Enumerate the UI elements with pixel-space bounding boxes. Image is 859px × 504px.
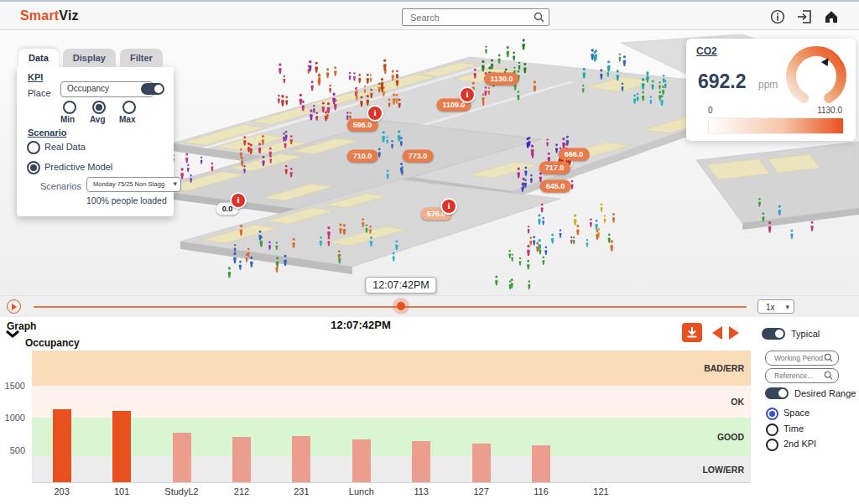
tab-display[interactable]: Display xyxy=(63,49,116,67)
speed-value: 1x xyxy=(766,303,775,312)
info-pin-icon[interactable]: i xyxy=(440,198,457,215)
logout-icon[interactable] xyxy=(797,9,812,24)
info-pin-icon[interactable]: i xyxy=(459,86,476,103)
radio-max-label: Max xyxy=(119,115,135,124)
timeline-thumb[interactable] xyxy=(397,302,405,310)
person-marker xyxy=(536,242,539,252)
search-icon xyxy=(824,371,833,380)
chart-bar[interactable] xyxy=(472,444,491,482)
app-logo: SmartViz xyxy=(20,8,79,23)
person-marker xyxy=(315,62,318,73)
person-marker xyxy=(570,180,573,190)
person-marker xyxy=(542,217,544,226)
person-marker xyxy=(612,213,615,222)
person-marker xyxy=(528,226,530,234)
room-value-badge[interactable]: 666.0 xyxy=(559,148,590,161)
radio-predictive-model[interactable] xyxy=(27,161,40,174)
room-value-badge[interactable]: 710.0 xyxy=(347,150,378,163)
typical-toggle[interactable] xyxy=(762,328,785,340)
tab-data[interactable]: Data xyxy=(18,49,59,67)
radio-max[interactable] xyxy=(122,101,136,114)
room-value-badge[interactable]: 645.0 xyxy=(540,180,571,193)
working-period-field[interactable] xyxy=(773,352,826,364)
place-label: Place xyxy=(28,88,51,98)
chevron-down-icon: ▾ xyxy=(785,300,789,314)
radio-space[interactable] xyxy=(766,408,778,420)
radio-avg[interactable] xyxy=(92,101,106,114)
chart-bar[interactable] xyxy=(412,441,430,482)
info-icon[interactable] xyxy=(770,9,785,24)
speed-select[interactable]: 1x▾ xyxy=(757,299,794,314)
chart-bar[interactable] xyxy=(352,439,371,482)
place-select[interactable]: Occupancy▾ xyxy=(60,81,154,97)
person-marker xyxy=(768,221,772,233)
people-loaded-text: 100% people loaded xyxy=(86,195,167,205)
person-marker xyxy=(570,236,573,244)
tab-filter[interactable]: Filter xyxy=(120,49,163,67)
person-marker xyxy=(527,260,529,270)
building-map[interactable]: iiiii1130.01109.0596.0710.0773.0666.0717… xyxy=(0,30,859,317)
predictive-model-label: Predictive Model xyxy=(44,162,112,172)
chart-band-label: OK xyxy=(731,397,744,407)
panel-tabs: DataDisplayFilter xyxy=(18,49,167,67)
chart-bar[interactable] xyxy=(292,436,310,482)
room-value-badge[interactable]: 717.0 xyxy=(539,162,570,174)
play-button[interactable] xyxy=(7,299,21,314)
kpi-heading: KPI xyxy=(28,72,43,82)
scenario-select-value: Monday 75/25 Non Stagg xyxy=(93,180,164,188)
person-marker xyxy=(511,253,513,261)
x-axis-category-label: 231 xyxy=(276,486,326,496)
radio-min-label: Min xyxy=(60,115,75,124)
chart-band: GOOD xyxy=(32,418,751,456)
person-marker xyxy=(299,94,302,105)
info-pin-icon[interactable]: i xyxy=(230,192,247,209)
room-value-badge[interactable]: 1130.0 xyxy=(484,73,518,86)
desired-range-toggle[interactable] xyxy=(765,387,789,399)
radio-2nd-kpi[interactable] xyxy=(766,439,778,451)
data-panel: KPI Place Occupancy▾ Min Avg Max Scenari… xyxy=(17,67,174,216)
scenario-select[interactable]: Monday 75/25 Non Stagg▾ xyxy=(86,177,181,192)
desired-range-label: Desired Range xyxy=(794,388,856,398)
co2-value: 692.2 xyxy=(698,70,747,93)
co2-title: CO2 xyxy=(696,45,717,57)
x-axis-category-label: 101 xyxy=(96,486,147,496)
person-marker xyxy=(533,236,535,246)
chart-bar[interactable] xyxy=(173,433,191,482)
radio-time[interactable] xyxy=(766,423,778,436)
chart-band: OK xyxy=(32,386,751,418)
timeline-track[interactable] xyxy=(34,306,747,308)
x-axis-category-label: StudyL2 xyxy=(157,486,207,496)
radio-real-data[interactable] xyxy=(27,141,40,154)
person-marker xyxy=(334,66,336,76)
x-axis-category-label: 116 xyxy=(516,486,566,496)
person-marker xyxy=(281,95,284,107)
chart-band-label: GOOD xyxy=(717,432,744,442)
chart-bar[interactable] xyxy=(532,445,550,482)
chart-bar[interactable] xyxy=(112,411,131,482)
chart-x-axis-line xyxy=(32,482,751,483)
person-marker xyxy=(522,39,525,49)
home-icon[interactable] xyxy=(824,9,839,24)
x-axis-category-label: 121 xyxy=(576,486,627,496)
search-input[interactable] xyxy=(409,10,529,24)
radio-min[interactable] xyxy=(63,101,76,114)
person-marker xyxy=(595,220,598,230)
co2-gradient-bar xyxy=(708,117,844,134)
person-marker xyxy=(276,257,279,267)
room-value-badge[interactable]: 773.0 xyxy=(403,150,434,163)
person-marker xyxy=(370,74,372,82)
y-axis-tick-label: 1500 xyxy=(0,381,25,391)
chart-bar[interactable] xyxy=(53,409,71,482)
search-box[interactable] xyxy=(402,8,549,26)
reference-field[interactable] xyxy=(773,370,826,382)
kpi-toggle[interactable] xyxy=(141,83,164,95)
reference-input[interactable] xyxy=(765,368,839,383)
person-marker xyxy=(353,72,356,81)
working-period-input[interactable] xyxy=(765,351,839,366)
person-marker xyxy=(485,45,487,54)
person-marker xyxy=(393,252,395,262)
person-marker xyxy=(250,257,253,268)
info-pin-icon[interactable]: i xyxy=(367,105,383,122)
chart-bar[interactable] xyxy=(232,437,251,482)
person-marker xyxy=(310,81,314,91)
